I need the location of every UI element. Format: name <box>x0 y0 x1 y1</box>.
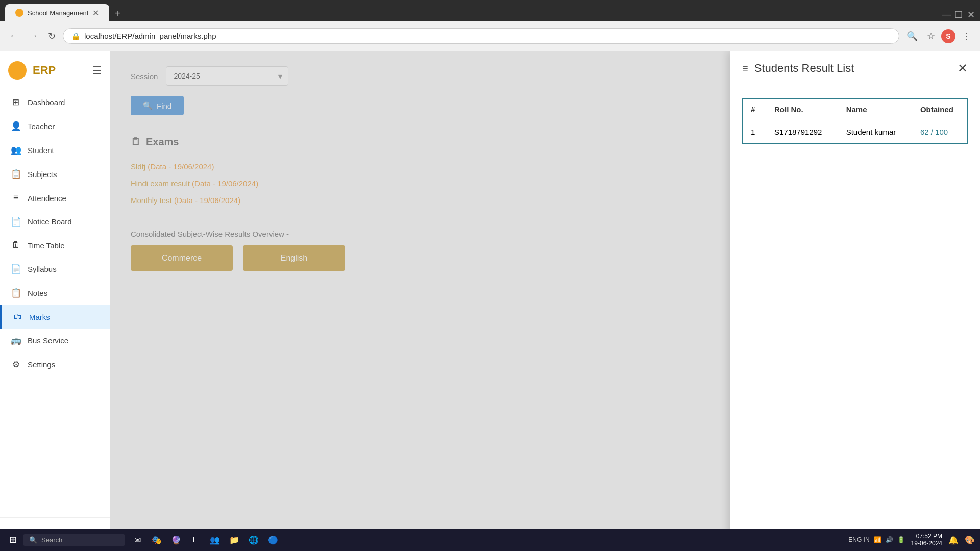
cell-name: Student kumar <box>838 120 912 144</box>
nav-icon: 🗓 <box>10 240 21 251</box>
taskbar-teams-icon[interactable]: 👥 <box>207 532 223 548</box>
start-button[interactable]: ⊞ <box>5 532 21 547</box>
nav-menu: ⊞Dashboard👤Teacher👥Student📋Subjects≡Atte… <box>0 90 110 377</box>
taskbar-edge-icon[interactable]: 🌐 <box>246 532 262 548</box>
main-content: Session 2024-25 🔍 Find 🗒 Exams Sldfj (Da… <box>110 51 980 551</box>
taskbar-search-icon: 🔍 <box>29 536 37 544</box>
nav-icon: 📋 <box>10 288 21 298</box>
nav-icon: ⚙ <box>10 359 21 370</box>
taskbar-mail-icon[interactable]: ✉ <box>129 532 145 548</box>
logo-icon <box>8 61 27 80</box>
sidebar-item-notice-board[interactable]: 📄Notice Board <box>0 210 110 234</box>
result-table-body: 1 S1718791292 Student kumar 62 / 100 <box>743 120 968 144</box>
more-options-icon[interactable]: ⋮ <box>959 29 974 44</box>
taskbar-notification-icon[interactable]: 🔔 <box>948 535 959 545</box>
nav-label: Notice Board <box>28 217 72 226</box>
result-table: # Roll No. Name Obtained 1 S1718791292 S… <box>742 98 968 144</box>
sidebar-item-settings[interactable]: ⚙Settings <box>0 353 110 377</box>
nav-icon: 📄 <box>10 264 21 274</box>
taskbar-clock: 07:52 PM 19-06-2024 <box>911 533 942 547</box>
tab-title: School Management <box>28 9 88 17</box>
nav-label: Subjects <box>28 170 57 179</box>
close-window-button[interactable]: ✕ <box>967 9 975 17</box>
minimize-button[interactable]: — <box>942 9 950 17</box>
address-bar[interactable]: 🔒 localhost/ERP/admin_panel/marks.php <box>63 28 899 44</box>
taskbar-app2-icon[interactable]: 🔮 <box>168 532 184 548</box>
tab-favicon <box>15 9 23 17</box>
sidebar-toggle[interactable]: ☰ <box>92 64 102 77</box>
cell-num: 1 <box>743 120 766 144</box>
nav-label: Teacher <box>28 122 55 131</box>
back-button[interactable]: ← <box>6 29 21 43</box>
reload-button[interactable]: ↻ <box>45 29 59 44</box>
result-panel-header: ≡ Students Result List ✕ <box>730 51 980 86</box>
taskbar: ⊞ 🔍 Search ✉ 🎭 🔮 🖥 👥 📁 🌐 🔵 ENG IN 📶 🔊 🔋 … <box>0 529 980 551</box>
taskbar-app3-icon[interactable]: 🖥 <box>187 532 204 548</box>
sidebar-item-subjects[interactable]: 📋Subjects <box>0 162 110 186</box>
cell-obtained: 62 / 100 <box>912 120 967 144</box>
sidebar-item-syllabus[interactable]: 📄Syllabus <box>0 257 110 281</box>
maximize-button[interactable]: ☐ <box>954 9 963 17</box>
nav-label: Dashboard <box>28 98 65 107</box>
taskbar-battery-icon: 🔋 <box>897 536 905 543</box>
col-num: # <box>743 99 766 120</box>
taskbar-search-label: Search <box>41 536 62 544</box>
search-toolbar-icon[interactable]: 🔍 <box>903 29 921 44</box>
lock-icon: 🔒 <box>71 32 80 40</box>
panel-title: Students Result List <box>754 62 854 75</box>
nav-label: Settings <box>28 360 55 369</box>
taskbar-color-icon[interactable]: 🎨 <box>965 535 975 545</box>
taskbar-explorer-icon[interactable]: 📁 <box>226 532 242 548</box>
sidebar-item-marks[interactable]: 🗂Marks <box>0 305 110 329</box>
result-panel: ≡ Students Result List ✕ # Roll No. Name… <box>730 51 980 551</box>
active-tab[interactable]: School Management ✕ <box>5 4 109 21</box>
nav-icon: 👤 <box>10 121 21 132</box>
taskbar-app1-icon[interactable]: 🎭 <box>149 532 165 548</box>
nav-label: Attendence <box>28 194 66 203</box>
sidebar: ERP ☰ ⊞Dashboard👤Teacher👥Student📋Subject… <box>0 51 110 551</box>
nav-icon: 👥 <box>10 145 21 156</box>
nav-label: Notes <box>28 289 47 297</box>
new-tab-button[interactable]: + <box>109 6 126 21</box>
sidebar-item-teacher[interactable]: 👤Teacher <box>0 114 110 138</box>
nav-label: Bus Service <box>28 336 68 345</box>
sidebar-item-notes[interactable]: 📋Notes <box>0 281 110 305</box>
taskbar-sys-icons: ENG IN 📶 🔊 🔋 <box>848 536 904 543</box>
tab-close-btn[interactable]: ✕ <box>92 8 99 18</box>
nav-label: Student <box>28 146 54 155</box>
panel-body: # Roll No. Name Obtained 1 S1718791292 S… <box>730 86 980 156</box>
nav-icon: ≡ <box>10 193 21 203</box>
address-text: localhost/ERP/admin_panel/marks.php <box>84 32 891 40</box>
nav-label: Syllabus <box>28 265 57 273</box>
nav-label: Time Table <box>28 241 65 250</box>
nav-icon: 🚌 <box>10 335 21 346</box>
nav-icon: 📄 <box>10 216 21 227</box>
nav-icon: ⊞ <box>10 97 21 108</box>
nav-label: Marks <box>29 313 50 321</box>
taskbar-right: ENG IN 📶 🔊 🔋 07:52 PM 19-06-2024 🔔 🎨 <box>848 533 975 547</box>
panel-list-icon: ≡ <box>742 63 748 74</box>
forward-button[interactable]: → <box>26 29 41 43</box>
taskbar-time-display: 07:52 PM <box>911 533 942 540</box>
col-obtained: Obtained <box>912 99 967 120</box>
taskbar-wifi-icon: 📶 <box>874 536 881 543</box>
taskbar-app-icons: ✉ 🎭 🔮 🖥 👥 📁 🌐 🔵 <box>129 532 281 548</box>
taskbar-lang: ENG IN <box>848 536 869 543</box>
sidebar-item-dashboard[interactable]: ⊞Dashboard <box>0 90 110 114</box>
col-roll: Roll No. <box>766 99 838 120</box>
taskbar-search[interactable]: 🔍 Search <box>23 534 125 546</box>
sidebar-item-attendence[interactable]: ≡Attendence <box>0 186 110 210</box>
nav-icon: 🗂 <box>12 312 23 322</box>
profile-avatar[interactable]: S <box>941 29 955 43</box>
bookmark-icon[interactable]: ☆ <box>924 29 938 44</box>
taskbar-chrome-icon[interactable]: 🔵 <box>265 532 281 548</box>
taskbar-date-display: 19-06-2024 <box>911 540 942 547</box>
col-name: Name <box>838 99 912 120</box>
sidebar-item-time-table[interactable]: 🗓Time Table <box>0 234 110 257</box>
logo-text: ERP <box>33 64 56 77</box>
panel-close-button[interactable]: ✕ <box>958 61 968 76</box>
sidebar-item-bus-service[interactable]: 🚌Bus Service <box>0 329 110 353</box>
sidebar-item-student[interactable]: 👥Student <box>0 138 110 162</box>
cell-roll: S1718791292 <box>766 120 838 144</box>
taskbar-volume-icon: 🔊 <box>886 536 893 543</box>
